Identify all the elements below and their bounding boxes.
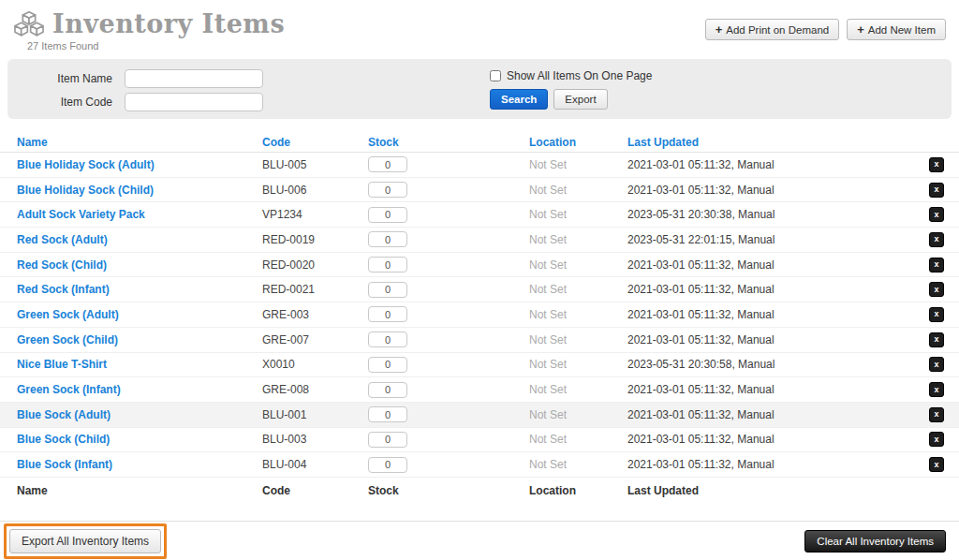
stock-input[interactable] bbox=[368, 357, 407, 373]
stock-input[interactable] bbox=[368, 156, 407, 172]
item-code-cell: RED-0019 bbox=[262, 233, 368, 246]
stock-input[interactable] bbox=[368, 432, 407, 448]
last-updated-cell: 2021-03-01 05:11:32, Manual bbox=[627, 433, 929, 446]
last-updated-cell: 2021-03-01 05:11:32, Manual bbox=[627, 458, 929, 471]
delete-item-button[interactable]: x bbox=[929, 357, 944, 372]
item-code-cell: BLU-006 bbox=[262, 184, 368, 197]
item-code-cell: RED-0020 bbox=[262, 258, 368, 272]
show-all-items-checkbox[interactable] bbox=[490, 70, 501, 81]
item-code-cell: BLU-001 bbox=[262, 408, 368, 421]
last-updated-cell: 2023-05-31 20:30:38, Manual bbox=[627, 208, 929, 221]
add-print-on-demand-label: Add Print on Demand bbox=[726, 24, 829, 36]
delete-item-button[interactable]: x bbox=[929, 457, 944, 472]
delete-item-button[interactable]: x bbox=[929, 157, 944, 172]
column-header-code[interactable]: Code bbox=[262, 136, 368, 149]
item-name-link[interactable]: Blue Sock (Adult) bbox=[17, 408, 111, 421]
table-row: Blue Sock (Infant) BLU-004 Not Set 2021-… bbox=[0, 452, 959, 478]
item-location-cell: Not Set bbox=[529, 258, 627, 272]
column-header-location[interactable]: Location bbox=[529, 136, 627, 149]
stock-cell bbox=[368, 257, 529, 273]
clear-all-inventory-items-button[interactable]: Clear All Inventory Items bbox=[804, 530, 946, 553]
item-code-cell: VP1234 bbox=[262, 208, 368, 221]
search-button[interactable]: Search bbox=[490, 89, 548, 110]
item-location-cell: Not Set bbox=[529, 358, 627, 371]
item-name-link[interactable]: Red Sock (Child) bbox=[17, 258, 107, 272]
item-code-cell: BLU-005 bbox=[262, 158, 368, 171]
page-header: Inventory Items 27 Items Found + Add Pri… bbox=[0, 0, 959, 52]
show-all-items-label: Show All Items On One Page bbox=[507, 69, 652, 82]
item-name-link[interactable]: Red Sock (Adult) bbox=[17, 233, 108, 246]
item-name-label: Item Name bbox=[7, 72, 125, 85]
table-header: Name Code Stock Location Last Updated bbox=[0, 132, 959, 153]
column-header-name[interactable]: Name bbox=[17, 136, 262, 149]
delete-item-button[interactable]: x bbox=[929, 282, 944, 297]
item-name-link[interactable]: Green Sock (Adult) bbox=[17, 308, 119, 321]
title-block: Inventory Items 27 Items Found bbox=[13, 9, 285, 52]
item-name-link[interactable]: Green Sock (Child) bbox=[17, 333, 118, 346]
delete-item-button[interactable]: x bbox=[929, 382, 944, 397]
item-location-cell: Not Set bbox=[529, 408, 627, 421]
last-updated-cell: 2021-03-01 05:11:32, Manual bbox=[627, 258, 929, 272]
item-code-cell: GRE-007 bbox=[262, 333, 368, 346]
bottom-bar: Export All Inventory Items Clear All Inv… bbox=[0, 521, 959, 560]
delete-item-button[interactable]: x bbox=[929, 332, 944, 347]
delete-item-button[interactable]: x bbox=[929, 432, 944, 447]
delete-item-button[interactable]: x bbox=[929, 307, 944, 322]
item-code-cell: BLU-003 bbox=[262, 433, 368, 446]
stock-cell bbox=[368, 382, 529, 398]
item-name-link[interactable]: Blue Sock (Child) bbox=[17, 433, 110, 446]
delete-item-button[interactable]: x bbox=[929, 258, 944, 273]
last-updated-cell: 2021-03-01 05:11:32, Manual bbox=[627, 308, 929, 321]
last-updated-cell: 2023-05-31 20:30:58, Manual bbox=[627, 358, 929, 371]
plus-icon: + bbox=[716, 23, 723, 36]
table-row: Nice Blue T-Shirt X0010 Not Set 2023-05-… bbox=[0, 353, 959, 378]
export-all-inventory-items-button[interactable]: Export All Inventory Items bbox=[9, 529, 161, 553]
item-location-cell: Not Set bbox=[529, 208, 627, 221]
stock-input[interactable] bbox=[368, 257, 407, 273]
delete-item-button[interactable]: x bbox=[929, 207, 944, 222]
stock-input[interactable] bbox=[368, 457, 407, 473]
add-print-on-demand-button[interactable]: + Add Print on Demand bbox=[705, 19, 840, 40]
add-new-item-button[interactable]: + Add New Item bbox=[847, 19, 946, 40]
inventory-page: Inventory Items 27 Items Found + Add Pri… bbox=[0, 0, 959, 560]
item-name-link[interactable]: Blue Holiday Sock (Adult) bbox=[17, 158, 155, 171]
table-row: Red Sock (Child) RED-0020 Not Set 2021-0… bbox=[0, 253, 959, 278]
last-updated-cell: 2021-03-01 05:11:32, Manual bbox=[627, 408, 929, 421]
item-name-link[interactable]: Adult Sock Variety Pack bbox=[17, 208, 145, 221]
table-row: Red Sock (Adult) RED-0019 Not Set 2023-0… bbox=[0, 228, 959, 253]
item-name-link[interactable]: Green Sock (Infant) bbox=[17, 383, 121, 396]
item-location-cell: Not Set bbox=[529, 383, 627, 396]
stock-input[interactable] bbox=[368, 182, 407, 198]
column-header-last-updated[interactable]: Last Updated bbox=[627, 136, 929, 149]
stock-cell bbox=[368, 282, 529, 298]
item-code-input[interactable] bbox=[125, 93, 263, 111]
stock-input[interactable] bbox=[368, 382, 407, 398]
table-row: Green Sock (Adult) GRE-003 Not Set 2021-… bbox=[0, 302, 959, 328]
item-name-link[interactable]: Nice Blue T-Shirt bbox=[17, 358, 107, 371]
stock-cell bbox=[368, 231, 529, 247]
footer-column-stock: Stock bbox=[368, 484, 529, 497]
last-updated-cell: 2023-05-31 22:01:15, Manual bbox=[627, 233, 929, 246]
stock-input[interactable] bbox=[368, 207, 407, 223]
last-updated-cell: 2021-03-01 05:11:32, Manual bbox=[627, 158, 929, 171]
item-name-link[interactable]: Blue Holiday Sock (Child) bbox=[17, 184, 154, 197]
inventory-table: Name Code Stock Location Last Updated Bl… bbox=[0, 132, 959, 504]
stock-input[interactable] bbox=[368, 306, 407, 322]
items-found-count: 27 Items Found bbox=[13, 38, 285, 52]
last-updated-cell: 2021-03-01 05:11:32, Manual bbox=[627, 184, 929, 197]
footer-column-code: Code bbox=[262, 484, 368, 497]
stock-input[interactable] bbox=[368, 332, 407, 347]
item-name-link[interactable]: Red Sock (Infant) bbox=[17, 283, 110, 296]
export-button[interactable]: Export bbox=[553, 89, 607, 110]
stock-input[interactable] bbox=[368, 231, 407, 247]
item-name-input[interactable] bbox=[125, 69, 263, 88]
delete-item-button[interactable]: x bbox=[929, 183, 944, 198]
stock-cell bbox=[368, 406, 529, 422]
stock-input[interactable] bbox=[368, 282, 407, 298]
column-header-stock[interactable]: Stock bbox=[368, 136, 529, 149]
item-name-link[interactable]: Blue Sock (Infant) bbox=[17, 458, 112, 471]
delete-item-button[interactable]: x bbox=[929, 407, 944, 422]
page-title: Inventory Items bbox=[52, 9, 285, 38]
delete-item-button[interactable]: x bbox=[929, 232, 944, 247]
stock-input[interactable] bbox=[368, 406, 407, 422]
